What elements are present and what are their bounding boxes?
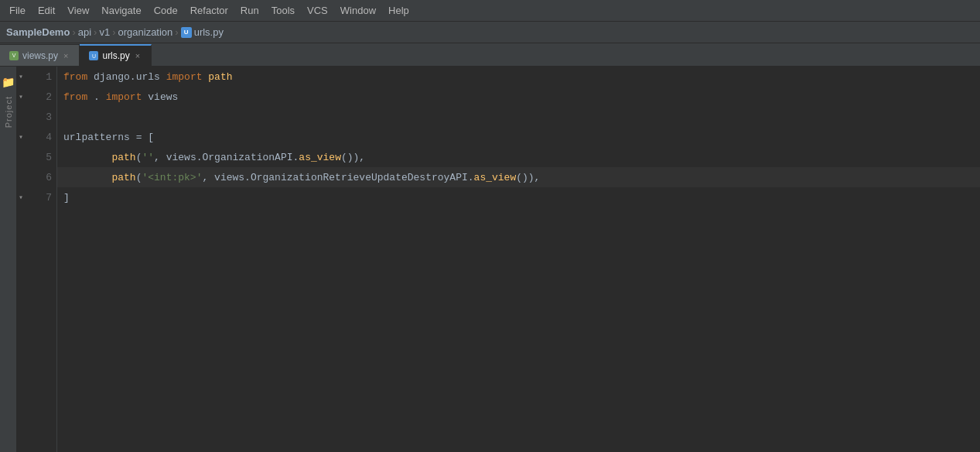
menu-help[interactable]: Help <box>382 3 415 18</box>
token-import-2: import <box>106 91 142 103</box>
breadcrumb-file[interactable]: U urls.py <box>181 26 224 38</box>
breadcrumb-bar: SampleDemo › api › v1 › organization › U… <box>0 22 980 43</box>
side-panel-folder-icon: 📁 <box>2 76 15 88</box>
token-views-5: views <box>166 152 196 163</box>
menu-tools[interactable]: Tools <box>265 3 301 18</box>
menu-refactor[interactable]: Refactor <box>184 3 234 18</box>
tab-urls-py[interactable]: U urls.py × <box>80 44 152 66</box>
code-line-5: path ( '' , views . OrganizationAPI . as… <box>57 147 980 167</box>
fold-arrow-7[interactable]: ▾ <box>19 193 23 202</box>
token-from-2: from <box>63 91 87 103</box>
menu-file[interactable]: File <box>3 3 32 18</box>
token-dot-2: . <box>94 91 100 103</box>
menu-bar: File Edit View Navigate Code Refactor Ru… <box>0 0 980 22</box>
line-num-3: 3 <box>17 107 56 127</box>
token-end-6: ()), <box>516 172 540 183</box>
tab-urls-label: urls.py <box>102 50 129 61</box>
breadcrumb-sep-4: › <box>175 26 178 38</box>
token-end-5: ()), <box>341 152 365 163</box>
fold-arrow-1[interactable]: ▾ <box>19 72 23 81</box>
token-paren-5: ( <box>136 152 142 163</box>
token-comma-6: , <box>202 172 214 183</box>
token-import-1: import <box>166 71 203 83</box>
menu-code[interactable]: Code <box>148 3 184 18</box>
code-line-2: from . import views <box>57 87 980 107</box>
token-module-1: django.urls <box>94 71 160 83</box>
token-views-2: views <box>148 91 178 103</box>
token-path-5: path <box>111 152 135 163</box>
breadcrumb-api[interactable]: api <box>78 26 91 38</box>
editor[interactable]: ▾ 1 ▾ 2 3 ▾ 4 5 6 ▾ 7 from dja <box>17 67 980 452</box>
fold-arrow-2[interactable]: ▾ <box>19 92 23 101</box>
token-path-6: path <box>111 172 135 183</box>
token-asview-5: as_view <box>299 152 341 163</box>
token-eq: = <box>130 132 148 143</box>
token-from-1: from <box>63 71 87 83</box>
token-asview-6: as_view <box>474 172 517 183</box>
line-num-1: ▾ 1 <box>17 67 56 87</box>
menu-vcs[interactable]: VCS <box>301 3 334 18</box>
fold-arrow-4[interactable]: ▾ <box>19 132 23 142</box>
token-comma-5: , <box>154 152 166 163</box>
line-num-4: ▾ 4 <box>17 127 56 147</box>
token-dot2-5: . <box>293 152 299 163</box>
side-panel-label: Project <box>4 96 13 128</box>
line-num-2: ▾ 2 <box>17 87 56 107</box>
breadcrumb-project[interactable]: SampleDemo <box>6 26 70 38</box>
breadcrumb-sep-2: › <box>94 26 97 38</box>
breadcrumb-organization[interactable]: organization <box>118 26 173 38</box>
token-str-6: '<int:pk>' <box>142 172 202 183</box>
line-num-6: 6 <box>17 167 56 187</box>
breadcrumb-filename: urls.py <box>194 26 224 38</box>
breadcrumb-v1[interactable]: v1 <box>99 26 110 38</box>
token-bracket-close: ] <box>63 192 70 204</box>
token-path-1: path <box>208 71 232 83</box>
code-line-1: from django.urls import path <box>57 67 980 87</box>
views-file-icon: V <box>9 51 19 60</box>
menu-edit[interactable]: Edit <box>32 3 61 18</box>
code-line-4: urlpatterns = [ <box>57 127 980 147</box>
tab-views-py[interactable]: V views.py × <box>0 44 80 66</box>
menu-window[interactable]: Window <box>334 3 382 18</box>
tab-views-label: views.py <box>22 50 58 61</box>
token-bracket-open: [ <box>148 132 154 143</box>
token-str-5: '' <box>142 152 154 163</box>
token-views-6: views <box>214 172 244 183</box>
breadcrumb-sep-1: › <box>72 26 75 38</box>
code-line-6: path ( '<int:pk>' , views . Organization… <box>57 167 980 187</box>
tab-urls-close[interactable]: × <box>134 51 142 60</box>
token-dot2-6: . <box>468 172 474 183</box>
main-layout: 📁 Project ▾ 1 ▾ 2 3 ▾ 4 5 6 ▾ 7 <box>0 67 980 452</box>
code-editor[interactable]: from django.urls import path from . impo… <box>57 67 980 452</box>
menu-navigate[interactable]: Navigate <box>95 3 147 18</box>
breadcrumb-sep-3: › <box>112 26 115 38</box>
menu-view[interactable]: View <box>61 3 95 18</box>
token-paren-6: ( <box>136 172 142 183</box>
line-num-5: 5 <box>17 147 56 167</box>
token-orgapi-5: OrganizationAPI <box>203 152 293 163</box>
token-urlpatterns: urlpatterns <box>63 132 130 143</box>
tab-bar: V views.py × U urls.py × <box>0 43 980 67</box>
line-num-7: ▾ 7 <box>17 187 56 207</box>
menu-run[interactable]: Run <box>234 3 265 18</box>
token-orgrud-6: OrganizationRetrieveUpdateDestroyAPI <box>251 172 468 183</box>
tab-views-close[interactable]: × <box>62 51 70 60</box>
code-line-7: ] <box>57 187 980 207</box>
urls-file-icon: U <box>181 27 192 38</box>
token-dot-6: . <box>244 172 251 183</box>
urls-tab-icon: U <box>89 51 98 60</box>
code-line-3 <box>57 107 980 127</box>
side-panel[interactable]: 📁 Project <box>0 67 17 452</box>
token-dot-5: . <box>196 152 203 163</box>
line-gutter: ▾ 1 ▾ 2 3 ▾ 4 5 6 ▾ 7 <box>17 67 57 452</box>
